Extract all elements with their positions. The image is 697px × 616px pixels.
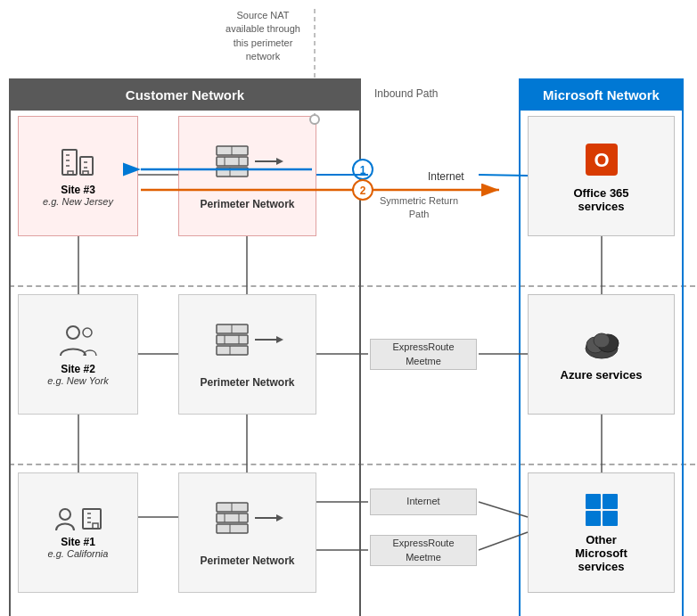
microsoft-network-header: Microsoft Network (519, 78, 684, 111)
other-microsoft-box: Other Microsoft services (528, 472, 675, 593)
svg-rect-24 (217, 335, 248, 344)
svg-rect-7 (68, 171, 73, 175)
perimeter-label-3: Perimeter Network (200, 554, 294, 567)
svg-text:1: 1 (360, 164, 366, 177)
azure-box: Azure services (528, 294, 675, 415)
svg-rect-8 (83, 171, 88, 175)
perimeter-label-1: Perimeter Network (200, 198, 294, 210)
site2-sublabel: e.g. New York (47, 375, 108, 386)
firewall-icon-3 (212, 498, 283, 547)
divider-2 (9, 464, 695, 465)
site1-icon-row (54, 507, 102, 530)
svg-point-20 (67, 326, 79, 339)
office365-icon: O (582, 140, 621, 179)
svg-rect-53 (603, 511, 618, 526)
diagram-container: Source NAT available through this perime… (0, 0, 697, 616)
svg-marker-17 (276, 158, 283, 165)
azure-icon (579, 327, 624, 361)
firewall-icon-1 (212, 142, 283, 191)
site1-box: Site #1 e.g. California (18, 472, 138, 593)
svg-text:2: 2 (360, 185, 366, 197)
expressroute-meetme-2: ExpressRouteMeetme (370, 535, 477, 566)
perimeter-network-3: Perimeter Network (178, 472, 316, 593)
svg-line-77 (479, 502, 528, 517)
site3-label: Site #3 (61, 184, 95, 196)
svg-rect-50 (586, 494, 601, 509)
perimeter-network-2: Perimeter Network (178, 294, 316, 415)
svg-point-21 (83, 328, 92, 337)
office365-label: Office 365 services (573, 186, 628, 213)
azure-label: Azure services (561, 368, 643, 382)
expressroute-meetme-1: ExpressRouteMeetme (370, 339, 477, 370)
site1-sublabel: e.g. California (48, 548, 109, 559)
site2-label: Site #2 (61, 363, 95, 375)
site3-box: Site #3 e.g. New Jersey (18, 116, 138, 236)
office365-box: O Office 365 services (528, 116, 675, 236)
svg-text:O: O (594, 149, 609, 171)
people-icon-site2 (59, 324, 98, 357)
building-icon-site1 (81, 507, 102, 530)
svg-marker-30 (276, 336, 283, 343)
svg-rect-11 (217, 157, 248, 166)
divider-1 (9, 285, 695, 287)
svg-marker-49 (276, 514, 283, 522)
windows-icon (584, 492, 619, 526)
firewall-icon-2 (212, 320, 283, 369)
site3-sublabel: e.g. New Jersey (43, 196, 113, 207)
svg-point-34 (594, 333, 610, 348)
site2-box: Site #2 e.g. New York (18, 294, 138, 415)
other-microsoft-label: Other Microsoft services (575, 533, 627, 573)
person-icon-site1 (54, 507, 76, 530)
svg-rect-27 (217, 346, 248, 355)
svg-point-62 (353, 160, 373, 179)
perimeter-label-2: Perimeter Network (200, 376, 294, 389)
svg-rect-43 (217, 513, 248, 522)
svg-rect-1 (80, 157, 93, 175)
site1-label: Site #1 (61, 536, 95, 548)
svg-rect-14 (217, 168, 248, 177)
svg-rect-46 (217, 524, 248, 533)
svg-text:Internet: Internet (428, 170, 464, 183)
svg-rect-52 (586, 511, 601, 526)
inbound-path-label: Inbound Path (374, 87, 438, 100)
symmetric-return-path-label: Symmetric Return Path (370, 194, 468, 222)
customer-network-header: Customer Network (9, 78, 361, 111)
perimeter-network-1: Perimeter Network (178, 116, 316, 236)
building-icon-site3 (61, 146, 96, 178)
internet-connector-bottom: Internet (370, 489, 477, 515)
svg-line-69 (479, 175, 528, 176)
svg-rect-51 (603, 494, 618, 509)
svg-line-78 (479, 532, 528, 550)
source-nat-label: Source NAT available through this perime… (205, 9, 321, 64)
svg-point-35 (60, 509, 70, 520)
